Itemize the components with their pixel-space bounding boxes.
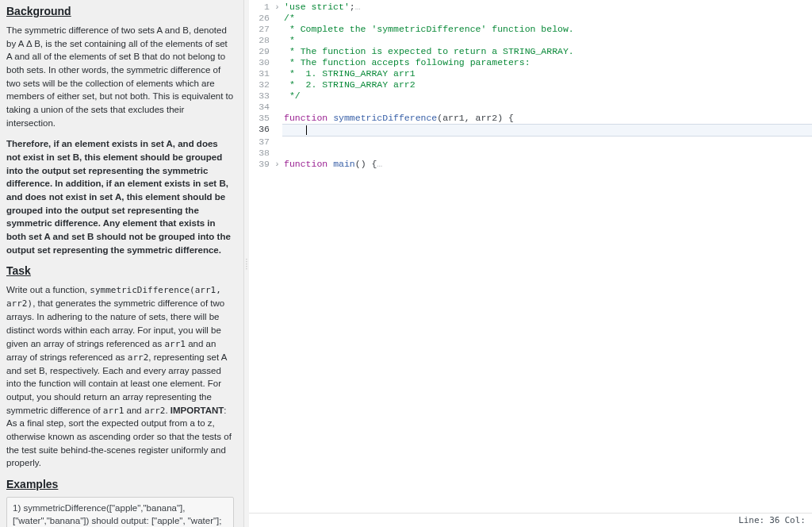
line-number: 32 (249, 79, 274, 90)
code-line[interactable]: 26/* (249, 13, 812, 24)
task-important: IMPORTANT (170, 406, 224, 415)
app-root: Background The symmetric difference of t… (0, 0, 812, 527)
fold-toggle-icon (274, 102, 282, 113)
code-editor[interactable]: 1›'use strict';…26/*27 * Complete the 's… (249, 0, 812, 513)
line-number: 35 (249, 113, 274, 124)
code-content[interactable]: * The function is expected to return a S… (282, 46, 812, 57)
code-line[interactable]: 38 (249, 148, 812, 159)
task-text: Write out a function, (6, 285, 90, 294)
example-item: 1) symmetricDifference(["apple","banana"… (7, 498, 233, 527)
line-number: 1 (249, 2, 274, 13)
heading-task: Task (6, 264, 234, 277)
line-number: 27 (249, 24, 274, 35)
fold-toggle-icon[interactable]: › (274, 159, 282, 170)
code-content[interactable]: * 2. STRING_ARRAY arr2 (282, 79, 812, 90)
code-content[interactable]: function symmetricDifference(arr1, arr2)… (282, 113, 812, 124)
code-line[interactable]: 37 (249, 137, 812, 148)
code-line[interactable]: 35function symmetricDifference(arr1, arr… (249, 113, 812, 124)
line-number: 34 (249, 102, 274, 113)
fold-toggle-icon (274, 124, 282, 137)
status-line-value: 36 (769, 515, 779, 525)
code-line[interactable]: 36 (249, 124, 812, 137)
code-line[interactable]: 39›function main() {… (249, 159, 812, 170)
fold-toggle-icon (274, 46, 282, 57)
line-number: 26 (249, 13, 274, 24)
line-number: 31 (249, 68, 274, 79)
editor-panel: 1›'use strict';…26/*27 * Complete the 's… (249, 0, 812, 527)
paragraph-background-2: Therefore, if an element exists in set A… (6, 137, 234, 256)
text-cursor (306, 125, 307, 135)
code-line[interactable]: 34 (249, 102, 812, 113)
code-line[interactable]: 29 * The function is expected to return … (249, 46, 812, 57)
status-bar: Line: 36 Col: (249, 513, 812, 527)
code-line[interactable]: 33 */ (249, 90, 812, 102)
line-number: 28 (249, 35, 274, 46)
fold-toggle-icon (274, 13, 282, 24)
fold-toggle-icon (274, 35, 282, 46)
code-content[interactable]: * 1. STRING_ARRAY arr1 (282, 68, 812, 79)
line-number: 36 (249, 124, 274, 137)
heading-examples: Examples (6, 478, 234, 490)
heading-background: Background (6, 5, 234, 17)
code-content[interactable]: /* (282, 13, 812, 24)
fold-toggle-icon[interactable]: › (274, 2, 282, 13)
code-content[interactable] (282, 148, 812, 159)
problem-panel: Background The symmetric difference of t… (0, 0, 244, 527)
fold-toggle-icon (274, 79, 282, 90)
examples-list: 1) symmetricDifference(["apple","banana"… (6, 497, 234, 527)
line-number: 38 (249, 148, 274, 159)
code-line[interactable]: 30 * The function accepts following para… (249, 57, 812, 68)
code-content[interactable]: */ (282, 90, 812, 102)
paragraph-background-1: The symmetric difference of two sets A a… (6, 24, 234, 129)
fold-toggle-icon (274, 57, 282, 68)
code-content[interactable] (282, 137, 812, 148)
code-content[interactable]: 'use strict';… (282, 2, 812, 13)
code-line[interactable]: 28 * (249, 35, 812, 46)
paragraph-task: Write out a function, symmetricDifferenc… (6, 283, 234, 470)
line-number: 29 (249, 46, 274, 57)
fold-toggle-icon (274, 90, 282, 102)
fold-toggle-icon (274, 148, 282, 159)
status-col-label: Col: (785, 515, 806, 525)
task-code-arr2: arr2 (144, 406, 166, 416)
code-line[interactable]: 27 * Complete the 'symmetricDifference' … (249, 24, 812, 35)
code-line[interactable]: 32 * 2. STRING_ARRAY arr2 (249, 79, 812, 90)
drag-handle-icon: ····· (246, 258, 248, 270)
fold-toggle-icon (274, 113, 282, 124)
fold-toggle-icon (274, 24, 282, 35)
code-content[interactable]: * (282, 35, 812, 46)
line-number: 33 (249, 90, 274, 102)
code-content[interactable] (282, 102, 812, 113)
task-code-arr1: arr1 (103, 406, 124, 416)
line-number: 37 (249, 137, 274, 148)
code-line[interactable]: 1›'use strict';… (249, 2, 812, 13)
fold-toggle-icon (274, 68, 282, 79)
code-content[interactable]: * The function accepts following paramet… (282, 57, 812, 68)
task-code-arr1: arr1 (164, 339, 186, 349)
status-line-label: Line: (738, 515, 764, 525)
fold-toggle-icon (274, 137, 282, 148)
code-content[interactable]: * Complete the 'symmetricDifference' fun… (282, 24, 812, 35)
line-number: 39 (249, 159, 274, 170)
code-content[interactable]: function main() {… (282, 159, 812, 170)
code-content[interactable] (282, 124, 812, 137)
task-code-arr2: arr2 (128, 352, 149, 363)
code-line[interactable]: 31 * 1. STRING_ARRAY arr1 (249, 68, 812, 79)
line-number: 30 (249, 57, 274, 68)
task-text: and (124, 406, 144, 415)
